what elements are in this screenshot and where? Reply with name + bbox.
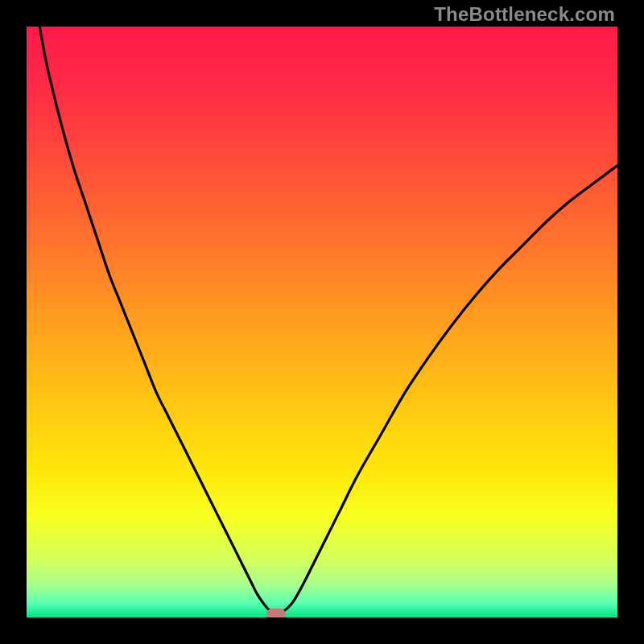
gradient-background [27,27,617,617]
watermark-text: TheBottleneck.com [434,3,615,26]
plot-svg [27,27,617,617]
chart-frame: TheBottleneck.com [0,0,644,644]
optimum-marker [266,609,286,617]
plot-area [27,27,617,617]
